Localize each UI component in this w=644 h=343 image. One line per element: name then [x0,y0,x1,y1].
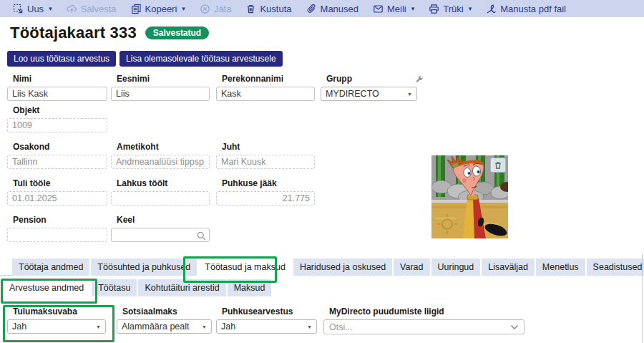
pdf-icon [486,4,497,14]
subtab-maksud[interactable]: Maksud [228,279,273,296]
field-objekt: Objekt [7,106,107,132]
keel-label: Keel [111,216,210,225]
chevron-down-icon[interactable]: ▾ [182,5,185,12]
sotsiaalmaks-select[interactable]: Alammäära pealt ▼ [117,319,212,334]
printer-icon [429,4,439,14]
tab-tootaja-andmed[interactable]: Töötaja andmed [12,259,91,276]
mail-icon [373,4,384,14]
attach-pdf-button[interactable]: Manusta pdf fail [479,0,573,17]
eesnimi-label: Eesnimi [111,74,210,84]
pension-input[interactable] [7,228,107,242]
email-button[interactable]: Meili ▾ [366,0,421,17]
window-edge-divider [642,254,643,343]
chevron-down-icon[interactable]: ▾ [49,5,52,12]
tab-haridused-ja-oskused[interactable]: Haridused ja oskused [293,259,394,276]
sotsiaalmaks-label: Sotsiaalmaks [117,307,212,317]
puhkusearvestus-label: Puhkusearvestus [216,307,317,317]
field-lahkus-toolt: Lahkus töölt [111,179,210,206]
page-title: Töötajakaart 333 [10,24,137,42]
puhkuse-jaak-input[interactable] [216,191,315,206]
tulumaksuvaba-value: Jah [12,322,26,332]
field-osakond: Osakond [7,142,107,169]
discard-button-label: Jäta [214,4,232,14]
puudumiste-liigid-label: MyDirecto puudumiste liigid [323,307,525,317]
create-payroll-button[interactable]: Loo uus töötasu arvestus [7,51,116,67]
chevron-down-icon [510,324,519,330]
keel-input[interactable] [111,228,210,242]
tab-varad[interactable]: Varad [394,259,431,276]
puhkusearvestus-select[interactable]: Jah ▼ [216,319,317,334]
settings-wrench-icon[interactable] [415,74,424,87]
ametikoht-label: Ametikoht [111,142,210,152]
perekonnanimi-label: Perekonnanimi [216,74,315,84]
subtab-kohtutaituri-arestid[interactable]: Kohtutäituri arestid [138,279,227,296]
field-juht: Juht [216,142,315,169]
select-caret-icon: ▼ [407,92,412,97]
lahkus-toolt-input[interactable] [111,191,210,206]
tab-tootasud-ja-maksud[interactable]: Töötasud ja maksud [198,259,293,276]
osakond-input[interactable] [7,155,107,169]
eesnimi-input[interactable] [111,87,210,101]
attachments-button[interactable]: Manused [299,0,366,17]
tab-menetlus[interactable]: Menetlus [536,259,587,276]
tulumaksuvaba-label: Tulumaksuvaba [7,307,106,317]
trash-icon [494,161,502,170]
puhkusearvestus-value: Jah [221,322,235,332]
main-tabs: Töötaja andmed Töösuhted ja puhkused Töö… [0,259,643,276]
grupp-select[interactable]: MYDIRECTO ▼ [321,87,417,101]
subtab-tootasu[interactable]: Töötasu [92,279,138,296]
employee-card-window: Uus ▾ Salvesta Kopeeri ▾ Jäta [0,0,644,343]
tab-uuringud[interactable]: Uuringud [431,259,482,276]
delete-button[interactable]: Kustuta [238,0,298,17]
delete-photo-button[interactable] [490,158,506,173]
delete-button-label: Kustuta [260,4,291,14]
field-sotsiaalmaks: Sotsiaalmaks Alammäära pealt ▼ [117,307,212,334]
status-badge: Salvestatud [145,26,209,39]
sub-tabs: Arvestuse andmed Töötasu Kohtutäituri ar… [0,279,273,296]
copy-button-label: Kopeeri [145,4,177,14]
print-button[interactable]: Trüki ▾ [421,0,479,17]
field-eesnimi: Eesnimi [111,74,210,101]
osakond-label: Osakond [7,142,107,152]
juht-label: Juht [216,142,315,152]
field-tuli-toole: Tuli tööle [7,179,107,206]
action-buttons: Loo uus töötasu arvestus Lisa olemasolev… [7,51,283,67]
field-grupp: Grupp MYDIRECTO ▼ [321,74,417,101]
new-button-label: Uus [27,4,44,14]
subtab-arvestuse-andmed[interactable]: Arvestuse andmed [3,279,92,296]
tuli-toole-label: Tuli tööle [7,179,107,188]
tab-lisavaljad[interactable]: Lisaväljad [482,259,536,276]
lahkus-toolt-label: Lahkus töölt [111,179,210,188]
tuli-toole-input[interactable] [7,191,107,206]
new-icon [13,4,24,14]
tulumaksuvaba-select[interactable]: Jah ▼ [7,319,106,334]
chevron-down-icon[interactable]: ▾ [411,5,415,12]
perekonnanimi-input[interactable] [216,87,315,101]
juht-input[interactable] [216,155,315,169]
save-button-label: Salvesta [81,4,117,14]
field-puhkuse-jaak: Puhkuse jääk [216,179,315,206]
field-nimi: Nimi [7,74,107,101]
chevron-down-icon[interactable]: ▾ [469,5,472,12]
search-icon[interactable] [197,231,206,243]
select-caret-icon: ▼ [202,324,207,329]
ametikoht-input[interactable] [111,155,210,169]
discard-icon [200,4,210,14]
copy-button[interactable]: Kopeeri ▾ [124,0,192,17]
grupp-value: MYDIRECTO [326,89,379,99]
header: Töötajakaart 333 Salvestatud [10,24,209,42]
cloud-upload-icon [67,4,77,14]
grupp-label: Grupp [321,74,417,84]
copy-icon [131,4,142,14]
puudumiste-liigid-select[interactable]: Otsi... [323,319,525,334]
toolbar: Uus ▾ Salvesta Kopeeri ▾ Jäta [0,0,644,17]
nimi-input[interactable] [7,87,107,101]
puudumiste-liigid-placeholder: Otsi... [329,322,353,332]
tab-toosuhted-ja-puhkused[interactable]: Töösuhted ja puhkused [91,259,198,276]
add-to-payroll-button[interactable]: Lisa olemasolevale töötasu arvestusele [119,51,282,67]
discard-button[interactable]: Jäta [192,0,239,17]
objekt-input[interactable] [7,118,107,132]
tab-seadistused[interactable]: Seadistused [587,259,644,276]
new-button[interactable]: Uus ▾ [6,0,59,17]
save-button[interactable]: Salvesta [59,0,124,17]
